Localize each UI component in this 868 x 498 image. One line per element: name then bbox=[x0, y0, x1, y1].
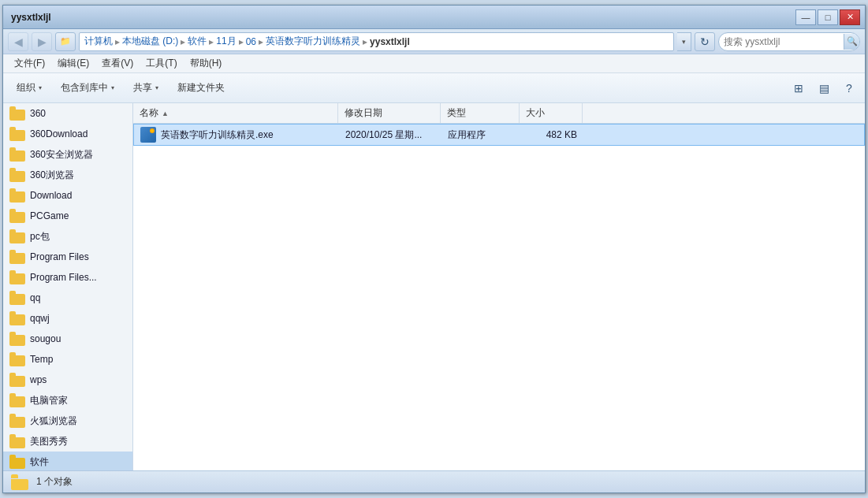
sidebar-label-pcbao: pc包 bbox=[30, 230, 50, 243]
file-cell-date: 2020/10/25 星期... bbox=[339, 124, 441, 145]
status-bar: 1 个对象 bbox=[3, 470, 865, 492]
sidebar-item-360browser2[interactable]: 360浏览器 bbox=[3, 165, 132, 185]
window-title: yysxtlxljl bbox=[8, 12, 795, 23]
close-button[interactable]: ✕ bbox=[840, 9, 860, 25]
folder-icon-pcbao bbox=[9, 229, 25, 243]
up-button[interactable]: 📁 bbox=[55, 32, 76, 51]
organize-button[interactable]: 组织 ▾ bbox=[8, 76, 50, 100]
folder-icon-temp bbox=[9, 352, 25, 366]
add-to-library-label: 包含到库中 bbox=[61, 81, 108, 95]
forward-button[interactable]: ▶ bbox=[32, 32, 52, 51]
sidebar-item-download[interactable]: Download bbox=[3, 185, 132, 206]
sidebar-label-software: 软件 bbox=[30, 455, 49, 469]
breadcrumb-day[interactable]: 06 bbox=[246, 36, 256, 47]
sidebar-label-wps: wps bbox=[30, 374, 47, 385]
file-area: 名称 ▲ 修改日期 类型 大小 英语数字听力训练精灵.exe bbox=[133, 103, 865, 470]
breadcrumb-disk[interactable]: 本地磁盘 (D:) bbox=[122, 35, 178, 48]
folder-icon-360browser bbox=[9, 147, 25, 162]
col-header-size[interactable]: 大小 bbox=[520, 103, 583, 123]
breadcrumb-dropdown[interactable]: ▾ bbox=[677, 32, 691, 51]
organize-label: 组织 bbox=[17, 81, 35, 95]
sidebar-item-qq[interactable]: qq bbox=[3, 288, 132, 308]
sidebar-item-firefox[interactable]: 火狐浏览器 bbox=[3, 411, 132, 431]
add-to-library-button[interactable]: 包含到库中 ▾ bbox=[52, 76, 123, 100]
status-folder-icon bbox=[11, 474, 30, 490]
preview-icon-button[interactable]: ▤ bbox=[813, 77, 835, 99]
sidebar-label-download: Download bbox=[30, 190, 72, 201]
breadcrumb-sep-2: ▸ bbox=[181, 36, 185, 47]
menu-help[interactable]: 帮助(H) bbox=[184, 55, 229, 72]
sidebar-item-sougou[interactable]: sougou bbox=[3, 329, 132, 349]
organize-arrow: ▾ bbox=[39, 84, 42, 91]
breadcrumb[interactable]: 计算机 ▸ 本地磁盘 (D:) ▸ 软件 ▸ 11月 ▸ 06 ▸ 英语数字听力… bbox=[79, 32, 674, 51]
sidebar-item-wps[interactable]: wps bbox=[3, 370, 132, 390]
column-headers: 名称 ▲ 修改日期 类型 大小 bbox=[133, 103, 865, 124]
help-icon-button[interactable]: ? bbox=[838, 77, 860, 99]
menu-edit[interactable]: 编辑(E) bbox=[51, 55, 95, 72]
search-button[interactable]: 🔍 bbox=[844, 34, 859, 50]
file-name: 英语数字听力训练精灵.exe bbox=[161, 128, 274, 142]
new-folder-button[interactable]: 新建文件夹 bbox=[169, 76, 233, 100]
sidebar-item-software[interactable]: 软件 bbox=[3, 452, 132, 470]
maximize-button[interactable]: □ bbox=[818, 9, 838, 25]
sidebar-label-qq: qq bbox=[30, 292, 40, 303]
view-icon-button[interactable]: ⊞ bbox=[788, 77, 810, 99]
folder-icon-programfilesx86 bbox=[9, 270, 25, 284]
file-row[interactable]: 英语数字听力训练精灵.exe 2020/10/25 星期... 应用程序 482… bbox=[133, 124, 865, 146]
sidebar-label-firefox: 火狐浏览器 bbox=[30, 414, 77, 428]
toolbar-icons: ⊞ ▤ ? bbox=[788, 77, 860, 99]
toolbar: 组织 ▾ 包含到库中 ▾ 共享 ▾ 新建文件夹 ⊞ ▤ ? bbox=[3, 73, 865, 103]
sidebar-item-qqwj[interactable]: qqwj bbox=[3, 308, 132, 329]
sidebar-label-pcgame: PCGame bbox=[30, 210, 69, 221]
sidebar-item-meitu[interactable]: 美图秀秀 bbox=[3, 431, 132, 452]
breadcrumb-app[interactable]: 英语数字听力训练精灵 bbox=[266, 35, 360, 48]
col-header-date[interactable]: 修改日期 bbox=[338, 103, 441, 123]
sidebar-item-pcbao[interactable]: pc包 bbox=[3, 226, 132, 247]
sidebar-item-360[interactable]: 360 bbox=[3, 103, 132, 124]
window-controls: — □ ✕ bbox=[795, 9, 860, 25]
menu-tools[interactable]: 工具(T) bbox=[140, 55, 183, 72]
share-button[interactable]: 共享 ▾ bbox=[125, 76, 167, 100]
menu-view[interactable]: 查看(V) bbox=[95, 55, 140, 72]
folder-icon-360browser2 bbox=[9, 168, 25, 182]
col-header-name[interactable]: 名称 ▲ bbox=[133, 103, 338, 123]
breadcrumb-current: yysxtlxljl bbox=[370, 36, 410, 47]
sidebar-item-360download[interactable]: 360Download bbox=[3, 124, 132, 144]
explorer-window: yysxtlxljl — □ ✕ ◀ ▶ 📁 计算机 ▸ 本地磁盘 (D:) ▸… bbox=[2, 5, 866, 493]
refresh-button[interactable]: ↻ bbox=[695, 32, 715, 51]
sidebar-item-programfilesx86[interactable]: Program Files... bbox=[3, 267, 132, 288]
sidebar-label-360: 360 bbox=[30, 108, 46, 119]
file-cell-size: 482 KB bbox=[520, 124, 583, 145]
sidebar-label-temp: Temp bbox=[30, 354, 53, 365]
address-bar-area: ◀ ▶ 📁 计算机 ▸ 本地磁盘 (D:) ▸ 软件 ▸ 11月 ▸ 06 ▸ … bbox=[3, 29, 865, 54]
search-box: 🔍 bbox=[718, 32, 860, 51]
sort-arrow: ▲ bbox=[162, 110, 169, 117]
file-cell-name: 英语数字听力训练精灵.exe bbox=[134, 124, 339, 145]
sidebar-item-dnjj[interactable]: 电脑管家 bbox=[3, 390, 132, 411]
exe-icon bbox=[140, 127, 156, 143]
sidebar-label-meitu: 美图秀秀 bbox=[30, 435, 68, 448]
folder-icon-dnjj bbox=[9, 393, 25, 407]
sidebar-item-temp[interactable]: Temp bbox=[3, 349, 132, 370]
sidebar-item-360browser[interactable]: 360安全浏览器 bbox=[3, 144, 132, 165]
breadcrumb-software[interactable]: 软件 bbox=[188, 35, 207, 48]
folder-icon-meitu bbox=[9, 434, 25, 448]
folder-icon-qq bbox=[9, 291, 25, 305]
search-input[interactable] bbox=[724, 36, 844, 47]
folder-icon-software bbox=[9, 455, 25, 469]
breadcrumb-month[interactable]: 11月 bbox=[216, 35, 236, 48]
folder-icon-wps bbox=[9, 373, 25, 387]
breadcrumb-computer[interactable]: 计算机 bbox=[84, 35, 113, 48]
add-to-library-arrow: ▾ bbox=[111, 84, 114, 91]
menu-file[interactable]: 文件(F) bbox=[8, 55, 51, 72]
breadcrumb-sep-5: ▸ bbox=[259, 36, 263, 47]
breadcrumb-sep-6: ▸ bbox=[363, 36, 367, 47]
sidebar-item-programfiles[interactable]: Program Files bbox=[3, 247, 132, 267]
sidebar: 360 360Download 360安全浏览器 360浏览器 Download… bbox=[3, 103, 133, 470]
minimize-button[interactable]: — bbox=[795, 9, 816, 25]
sidebar-label-programfiles: Program Files bbox=[30, 251, 89, 262]
col-header-type[interactable]: 类型 bbox=[441, 103, 520, 123]
breadcrumb-sep-1: ▸ bbox=[115, 36, 120, 47]
sidebar-item-pcgame[interactable]: PCGame bbox=[3, 206, 132, 226]
back-button[interactable]: ◀ bbox=[8, 32, 28, 51]
